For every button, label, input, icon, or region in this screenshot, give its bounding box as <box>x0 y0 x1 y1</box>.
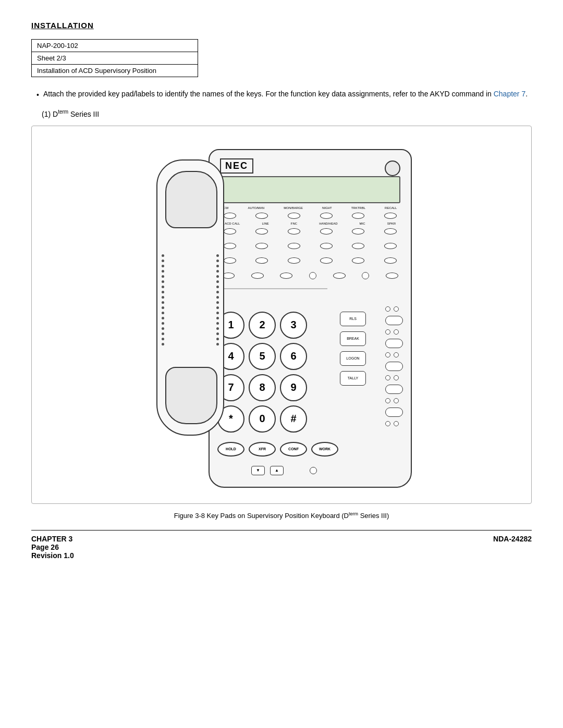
key-8[interactable]: 8 <box>249 374 276 401</box>
oval-dot-l3 <box>385 352 390 357</box>
right-oval-4[interactable] <box>385 385 403 394</box>
key-work[interactable]: WORK <box>311 442 338 456</box>
small-circle-2 <box>362 272 369 279</box>
fkey-3-1[interactable] <box>224 243 236 249</box>
nav-circle <box>310 467 317 474</box>
oval-pair-2 <box>385 329 403 335</box>
key-logon[interactable]: LOGON <box>340 351 366 366</box>
key-automan[interactable] <box>255 213 268 219</box>
fkey-4-3[interactable] <box>288 257 300 264</box>
lbl-cw: CW <box>224 206 229 209</box>
oval-dot-l5 <box>385 398 390 403</box>
key-9[interactable]: 9 <box>280 374 307 401</box>
info-table: NAP-200-102 Sheet 2/3 Installation of AC… <box>31 39 198 77</box>
chapter-label: CHAPTER 3 <box>31 535 74 543</box>
key-tally[interactable]: TALLY <box>340 371 366 386</box>
key-line[interactable] <box>255 228 268 235</box>
fkey-3-2[interactable] <box>255 243 268 249</box>
func-keys-row4 <box>214 257 407 264</box>
key-6[interactable]: 6 <box>280 343 307 370</box>
key-handhead[interactable] <box>320 228 333 235</box>
key-mic[interactable] <box>352 228 364 235</box>
key-break[interactable]: BREAK <box>340 331 366 346</box>
bullet-section: • Attach the provided key pad/labels to … <box>31 89 532 101</box>
table-row: NAP-200-102 <box>32 40 198 52</box>
oval-keys-row1 <box>214 213 407 219</box>
key-fnc[interactable] <box>288 228 300 235</box>
key-conf[interactable]: CONF <box>280 442 307 456</box>
key-acdcall[interactable] <box>224 228 236 235</box>
arrow-down[interactable]: ▼ <box>251 466 265 475</box>
phone-body: NEC CW AUTO/MAN MON/BARGE NIGHT TRKTRBL … <box>209 149 412 488</box>
oval-pair-5 <box>385 398 403 403</box>
right-oval-5[interactable] <box>385 408 403 417</box>
fkey-5-3[interactable] <box>280 273 292 279</box>
document-number: NDA-24282 <box>493 535 532 543</box>
arrow-up[interactable]: ▲ <box>270 466 284 475</box>
fkey-5-2[interactable] <box>251 273 264 279</box>
key-monbarge[interactable] <box>288 213 300 219</box>
right-oval-3[interactable] <box>385 362 403 371</box>
lbl-line: LINE <box>262 222 268 225</box>
right-oval-col <box>385 306 403 426</box>
lbl-trktrbl: TRKTRBL <box>351 206 365 209</box>
fkey-3-5[interactable] <box>352 243 364 249</box>
key-2[interactable]: 2 <box>249 312 276 339</box>
oval-dot-l6 <box>385 421 390 426</box>
page-number: Page 26 <box>31 543 74 551</box>
handset-mouthpiece <box>165 367 217 424</box>
key-trktrbl[interactable] <box>352 213 364 219</box>
fkey-3-3[interactable] <box>288 243 300 249</box>
fkey-5-5[interactable] <box>386 273 398 279</box>
key-xfr[interactable]: XFR <box>249 442 276 456</box>
key-recall[interactable] <box>384 213 397 219</box>
lbl-automan: AUTO/MAN <box>248 206 265 209</box>
fkey-4-4[interactable] <box>320 257 333 264</box>
small-circle-1 <box>309 272 316 279</box>
oval-dot-r5 <box>394 398 399 403</box>
key-hash[interactable]: # <box>280 405 307 433</box>
oval-dot-l2 <box>385 329 390 335</box>
oval-dot-l1 <box>385 306 390 312</box>
bullet-text: Attach the provided key pad/labels to id… <box>43 89 528 101</box>
footer-right: NDA-24282 <box>493 535 532 543</box>
figure-box: NEC CW AUTO/MAN MON/BARGE NIGHT TRKTRBL … <box>31 126 532 504</box>
right-oval-2[interactable] <box>385 339 403 348</box>
key-spkr[interactable] <box>384 228 397 235</box>
oval-pair-6 <box>385 421 403 426</box>
nav-arrows: ▼ ▲ <box>251 466 317 475</box>
oval-dot-r4 <box>394 375 399 380</box>
fkey-3-6[interactable] <box>384 243 397 249</box>
fkey-4-2[interactable] <box>255 257 268 264</box>
key-night[interactable] <box>320 213 333 219</box>
lbl-spkr: SPKR <box>387 222 396 225</box>
fkey-3-4[interactable] <box>320 243 333 249</box>
lbl-recall: RECALL <box>385 206 397 209</box>
fkey-4-1[interactable] <box>224 257 236 264</box>
key-3[interactable]: 3 <box>280 312 307 339</box>
oval-pair-3 <box>385 352 403 357</box>
label-row-2: ACD CALL LINE FNC HAND/HEAD MIC SPKR <box>214 222 407 225</box>
display-screen <box>220 176 400 203</box>
chapter-link[interactable]: Chapter 7 <box>494 90 525 98</box>
special-keys: RLS BREAK LOGON TALLY <box>340 312 387 391</box>
oval-keys-row2 <box>214 228 407 235</box>
fkey-4-5[interactable] <box>352 257 364 264</box>
oval-dot-r1 <box>394 306 399 312</box>
key-rls[interactable]: RLS <box>340 312 366 326</box>
key-hold[interactable]: HOLD <box>217 442 244 456</box>
key-cw[interactable] <box>224 213 236 219</box>
lbl-handhead: HAND/HEAD <box>319 222 337 225</box>
oval-pair-4 <box>385 375 403 380</box>
fkey-5-4[interactable] <box>333 273 346 279</box>
page-header: INSTALLATION <box>31 21 532 30</box>
right-oval-1[interactable] <box>385 316 403 325</box>
handset-dots-right <box>216 254 219 346</box>
fkey-4-6[interactable] <box>384 257 397 264</box>
footer-left: CHAPTER 3 Page 26 Revision 1.0 <box>31 535 74 560</box>
nec-logo-area: NEC <box>220 158 400 174</box>
key-0[interactable]: 0 <box>249 405 276 433</box>
func-keys-row5 <box>214 272 407 279</box>
table-row: Installation of ACD Supervisory Position <box>32 65 198 77</box>
key-5[interactable]: 5 <box>249 343 276 370</box>
